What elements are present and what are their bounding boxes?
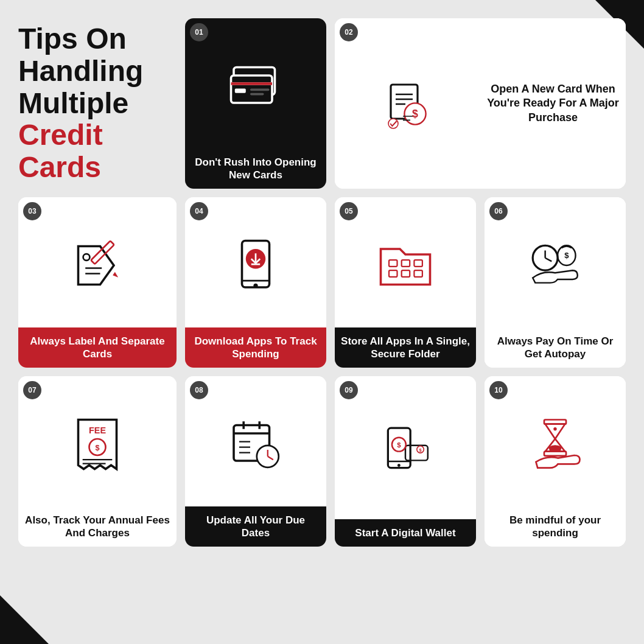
svg-text:$: $: [419, 447, 421, 453]
card-04-label: Download Apps To Track Spending: [185, 327, 326, 368]
title-line1: Tips On: [18, 23, 127, 55]
card-06-label: Always Pay On Time Or Get Autopay: [485, 327, 626, 368]
svg-rect-56: [405, 446, 428, 461]
digital-wallet-icon: $ $: [378, 423, 433, 478]
svg-point-33: [533, 245, 558, 270]
calendar-clock-icon: [228, 417, 283, 472]
main-container: Tips On Handling Multiple Credit Cards 0…: [0, 0, 644, 644]
badge-06: 06: [489, 202, 508, 220]
card-10: 10 Be mindful of your s: [485, 376, 626, 547]
svg-rect-28: [402, 260, 410, 267]
badge-02: 02: [340, 23, 358, 41]
title-line2: Handling Multiple: [18, 55, 143, 119]
badge-01: 01: [190, 23, 208, 41]
svg-point-16: [83, 254, 90, 261]
card-07-icon-area: FEE $: [18, 376, 177, 506]
badge-04: 04: [190, 202, 208, 220]
svg-marker-18: [113, 272, 118, 278]
card-07: 07 FEE $ Also, Track Your Annual Fees An…: [18, 376, 177, 547]
svg-rect-27: [389, 260, 397, 267]
card-02-icon-area: $: [335, 18, 480, 189]
card-03: 03 Always Label And Separate Cards: [18, 197, 177, 368]
credit-cards-icon: [228, 59, 283, 114]
card-01: 01 Don't Rush Into Opening New Cards: [185, 18, 326, 189]
card-09-label: Start A Digital Wallet: [335, 519, 476, 547]
svg-point-55: [397, 464, 401, 467]
svg-rect-30: [389, 270, 397, 277]
badge-03: 03: [23, 202, 41, 220]
card-02-label: Open A New Card When You're Ready For A …: [480, 18, 626, 189]
title-area: Tips On Handling Multiple Credit Cards: [18, 18, 177, 189]
card-09: 09 $ $ Start A Digital Wallet: [335, 376, 476, 547]
svg-rect-5: [250, 93, 264, 96]
card-05: 05 Store All Apps In A Single, Secure Fo…: [335, 197, 476, 368]
badge-10: 10: [489, 381, 508, 399]
card-07-label: Also, Track Your Annual Fees And Charges: [18, 506, 177, 547]
card-10-label: Be mindful of your spending: [485, 506, 626, 547]
svg-rect-29: [414, 260, 422, 267]
corner-decoration-bl: [0, 595, 49, 644]
card-02: 02 $: [335, 18, 626, 189]
svg-text:$: $: [397, 441, 401, 449]
hourglass-hand-icon: [528, 417, 583, 472]
fee-receipt-icon: FEE $: [70, 417, 125, 472]
card-03-label: Always Label And Separate Cards: [18, 327, 177, 368]
badge-07: 07: [23, 381, 41, 399]
title-line3: Credit Cards: [18, 119, 103, 183]
svg-line-35: [545, 257, 552, 261]
svg-text:FEE: FEE: [89, 425, 106, 435]
card-03-icon-area: [18, 197, 177, 327]
document-dollar-icon: $: [383, 82, 432, 131]
card-06: 06 $ Always Pay On Time Or Get Auto: [485, 197, 626, 368]
card-09-icon-area: $ $: [335, 376, 476, 519]
card-05-label: Store All Apps In A Single, Secure Folde…: [335, 327, 476, 368]
svg-rect-31: [402, 270, 410, 277]
svg-point-13: [388, 119, 398, 128]
svg-point-23: [253, 283, 257, 287]
svg-rect-3: [235, 88, 246, 93]
phone-download-icon: [228, 238, 283, 293]
svg-text:$: $: [95, 444, 99, 452]
badge-08: 08: [190, 381, 208, 399]
svg-text:$: $: [564, 250, 569, 259]
card-08-label: Update All Your Due Dates: [185, 506, 326, 547]
svg-point-63: [553, 427, 556, 430]
grid-layout: Tips On Handling Multiple Credit Cards 0…: [18, 18, 626, 566]
main-title: Tips On Handling Multiple Credit Cards: [18, 23, 177, 184]
svg-text:$: $: [412, 108, 418, 120]
clock-money-hand-icon: $: [528, 238, 583, 293]
card-08: 08 Update Al: [185, 376, 326, 547]
svg-rect-4: [250, 88, 270, 91]
tag-pencil-icon: [70, 238, 125, 293]
folder-grid-icon: [378, 238, 433, 293]
badge-09: 09: [340, 381, 358, 399]
badge-05: 05: [340, 202, 358, 220]
card-01-label: Don't Rush Into Opening New Cards: [185, 149, 326, 189]
svg-rect-32: [414, 270, 422, 277]
card-04: 04 Download Apps To Track Spending: [185, 197, 326, 368]
